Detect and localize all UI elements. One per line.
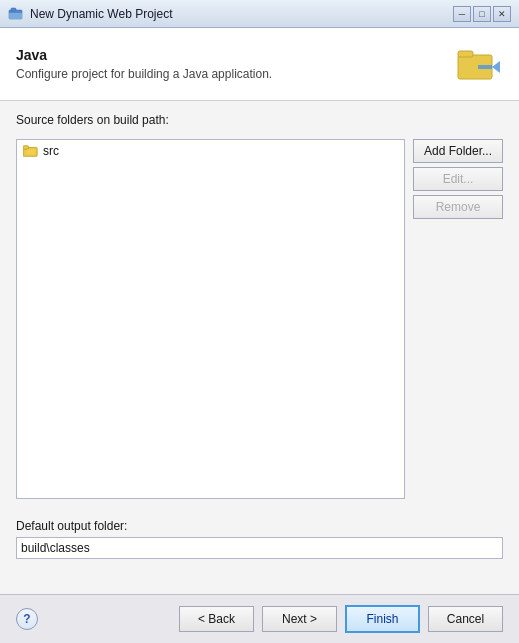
output-folder-section: Default output folder: — [0, 511, 519, 571]
dialog-header: Java Configure project for building a Ja… — [0, 28, 519, 101]
dialog-footer: ? < Back Next > Finish Cancel — [0, 594, 519, 643]
output-folder-input[interactable] — [16, 537, 503, 559]
svg-rect-1 — [9, 13, 22, 19]
next-button[interactable]: Next > — [262, 606, 337, 632]
folders-list[interactable]: src — [16, 139, 405, 499]
java-icon — [455, 40, 503, 88]
cancel-button[interactable]: Cancel — [428, 606, 503, 632]
title-bar: New Dynamic Web Project ─ □ ✕ — [0, 0, 519, 28]
folder-item-name: src — [43, 144, 59, 158]
help-button[interactable]: ? — [16, 608, 38, 630]
svg-rect-8 — [23, 146, 28, 150]
app-icon — [8, 6, 24, 22]
source-folders-area: src Add Folder... Edit... Remove — [16, 139, 503, 499]
svg-rect-9 — [27, 149, 36, 154]
edit-button[interactable]: Edit... — [413, 167, 503, 191]
add-folder-button[interactable]: Add Folder... — [413, 139, 503, 163]
output-folder-label: Default output folder: — [16, 519, 503, 533]
page-subtitle: Configure project for building a Java ap… — [16, 67, 455, 81]
window-controls[interactable]: ─ □ ✕ — [453, 6, 511, 22]
list-item[interactable]: src — [17, 140, 404, 162]
close-button[interactable]: ✕ — [493, 6, 511, 22]
source-folders-label: Source folders on build path: — [16, 113, 503, 127]
remove-button[interactable]: Remove — [413, 195, 503, 219]
finish-button[interactable]: Finish — [345, 605, 420, 633]
back-button[interactable]: < Back — [179, 606, 254, 632]
svg-rect-2 — [11, 8, 16, 11]
page-title: Java — [16, 47, 455, 63]
maximize-button[interactable]: □ — [473, 6, 491, 22]
minimize-button[interactable]: ─ — [453, 6, 471, 22]
dialog-body: Java Configure project for building a Ja… — [0, 28, 519, 643]
spacer — [0, 571, 519, 594]
window-title: New Dynamic Web Project — [30, 7, 447, 21]
svg-rect-4 — [458, 51, 473, 57]
package-folder-icon — [23, 143, 39, 159]
side-buttons-panel: Add Folder... Edit... Remove — [413, 139, 503, 499]
svg-marker-5 — [492, 61, 500, 73]
content-section: Source folders on build path: src — [0, 101, 519, 511]
svg-rect-6 — [478, 65, 492, 69]
